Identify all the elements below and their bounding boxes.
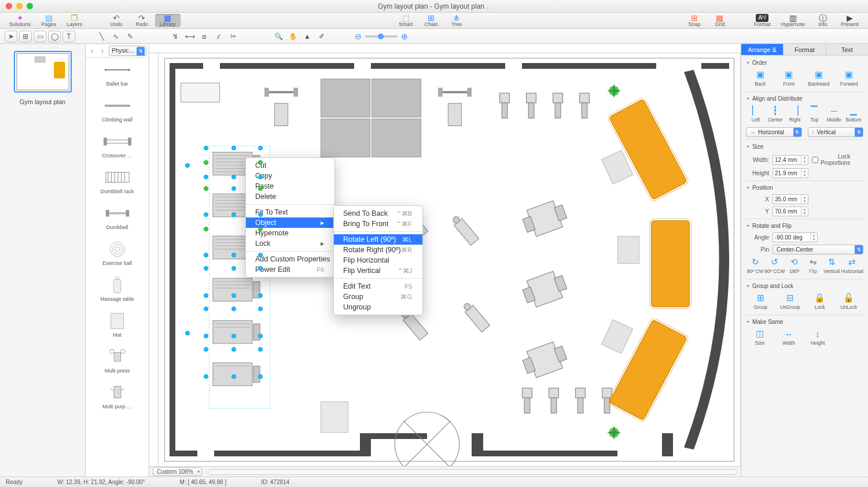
menu-delete[interactable]: Delete bbox=[246, 191, 334, 202]
menu-flip-vertical[interactable]: Flip Vertical⌃⌘J bbox=[334, 265, 422, 276]
magnifier-tool[interactable]: 🔍 bbox=[272, 31, 285, 42]
lib-item-massage-table[interactable]: Massage table bbox=[86, 273, 149, 309]
distribute-horizontal[interactable]: ↔Horizontal⇅ bbox=[746, 127, 802, 137]
format-button[interactable]: Aᵇ/Format bbox=[749, 14, 775, 27]
height-input[interactable]: 21.9 mm▲▼ bbox=[773, 168, 808, 178]
tab-format[interactable]: Format bbox=[784, 44, 826, 55]
grid-button[interactable]: ▦Grid bbox=[708, 14, 732, 27]
menu-rotate-right[interactable]: Rotate Right (90º)⌘R bbox=[334, 245, 422, 255]
align-middle[interactable]: ─Middle bbox=[825, 105, 843, 123]
title-dropdown-icon[interactable]: ⌄ bbox=[486, 5, 490, 10]
scissors-tool[interactable]: ✂ bbox=[227, 31, 240, 42]
same-width[interactable]: ↔Width bbox=[779, 329, 798, 346]
same-size[interactable]: ◫Size bbox=[751, 329, 769, 346]
text-tool[interactable]: T bbox=[62, 31, 75, 42]
menu-lock[interactable]: Lock bbox=[246, 238, 334, 249]
pin-dropdown[interactable]: Center-Center⇅ bbox=[773, 245, 863, 254]
lib-item-dumbbell-rack[interactable]: Dumbbell rack bbox=[86, 165, 149, 201]
order-front[interactable]: ▣Front bbox=[779, 69, 798, 87]
break-tool[interactable]: ⧈ bbox=[198, 31, 211, 42]
angle-input[interactable]: -90.00 deg▲▼ bbox=[773, 233, 818, 242]
lib-item-mat[interactable]: Mat bbox=[86, 309, 149, 345]
pen-tool[interactable]: ✎ bbox=[124, 31, 137, 42]
dimension-tool[interactable]: ⟷ bbox=[183, 31, 196, 42]
zoom-dropdown[interactable]: Custom 108% bbox=[153, 467, 202, 476]
chain-button[interactable]: ⊞Chain bbox=[419, 14, 443, 27]
lib-item-dumbbell[interactable]: Dumbbell bbox=[86, 201, 149, 237]
layers-button[interactable]: ❐Layers bbox=[62, 14, 87, 27]
hypernote-button[interactable]: ▥Hypernote bbox=[776, 14, 810, 27]
pointer-tool[interactable]: ➤ bbox=[5, 31, 17, 42]
rotate-cw[interactable]: ↻90º CW bbox=[746, 257, 764, 274]
lib-item-multi-purp[interactable]: Multi purp … bbox=[86, 381, 149, 416]
lock-button[interactable]: 🔒Lock bbox=[811, 293, 829, 310]
align-right[interactable]: ▕Right bbox=[786, 105, 804, 123]
page-thumbnail[interactable] bbox=[14, 51, 72, 93]
info-button[interactable]: ⓘInfo bbox=[811, 14, 835, 27]
node-tool[interactable]: ↯ bbox=[169, 31, 182, 42]
order-backward[interactable]: ▣Backward bbox=[808, 69, 830, 87]
redo-button[interactable]: ↷Redo bbox=[130, 14, 154, 27]
zoom-slider[interactable] bbox=[365, 35, 398, 38]
lib-item-multi-press[interactable]: Multi press bbox=[86, 345, 149, 381]
ellipse-tool[interactable]: ◯ bbox=[48, 31, 61, 42]
snap-button[interactable]: ⊞Snap bbox=[682, 14, 707, 27]
ungroup-button[interactable]: ⊟UnGroup bbox=[780, 293, 800, 310]
lib-item-exercise-ball[interactable]: Exercise ball bbox=[86, 237, 149, 273]
lib-forward[interactable]: › bbox=[98, 47, 106, 55]
tree-button[interactable]: ⋔Tree bbox=[444, 14, 469, 27]
eyedropper-tool[interactable]: ✐ bbox=[315, 31, 328, 42]
tab-arrange-size[interactable]: Arrange & Size bbox=[741, 44, 784, 55]
lib-item-crossover[interactable]: Crossover … bbox=[86, 130, 149, 165]
drawing-canvas[interactable]: Cut Copy Paste Delete Fit To Text Object… bbox=[159, 53, 741, 466]
bucket-tool[interactable]: ▲ bbox=[301, 31, 314, 42]
align-left[interactable]: ▏Left bbox=[746, 105, 765, 123]
x-input[interactable]: 35.0 mm▲▼ bbox=[773, 194, 808, 204]
menu-flip-horizontal[interactable]: Flip Horizontal bbox=[334, 255, 422, 265]
library-button[interactable]: ▦Library bbox=[155, 14, 181, 27]
hand-tool[interactable]: ✋ bbox=[286, 31, 299, 42]
undo-button[interactable]: ↶Undo bbox=[104, 14, 128, 27]
horizontal-scrollbar[interactable] bbox=[208, 469, 737, 475]
menu-group[interactable]: Group⌘G bbox=[334, 292, 422, 302]
flip-vertical[interactable]: ⇅Vertical bbox=[822, 257, 841, 274]
same-height[interactable]: ↕Height bbox=[808, 329, 827, 346]
menu-edit-text[interactable]: Edit TextF5 bbox=[334, 281, 422, 292]
align-top[interactable]: ▔Top bbox=[805, 105, 823, 123]
lib-back[interactable]: ‹ bbox=[88, 47, 96, 55]
svg-rect-48 bbox=[551, 398, 557, 413]
menu-rotate-left[interactable]: Rotate Left (90º)⌘L bbox=[334, 234, 422, 245]
rotate-ccw[interactable]: ↺90º CCW bbox=[764, 257, 785, 274]
align-center[interactable]: ┇Center bbox=[766, 105, 785, 123]
order-back[interactable]: ▣Back bbox=[751, 69, 770, 87]
rotate-180[interactable]: ⟲180º bbox=[785, 257, 804, 274]
menu-bring-to-front[interactable]: Bring To Front⌃⌘F bbox=[334, 219, 422, 229]
distribute-vertical[interactable]: ↕Vertical⇅ bbox=[808, 127, 864, 137]
zoom-in-icon[interactable]: ⊕ bbox=[401, 32, 408, 41]
menu-ungroup[interactable]: Ungroup bbox=[334, 302, 422, 312]
menu-send-to-back[interactable]: Send To Back⌃⌘B bbox=[334, 208, 422, 219]
lib-item-ballet-bar[interactable]: Ballet bar bbox=[86, 58, 149, 94]
smart-button[interactable]: ⬚Smart bbox=[393, 14, 418, 27]
group-button[interactable]: ⊞Group bbox=[751, 293, 770, 310]
tab-text[interactable]: Text bbox=[826, 44, 868, 55]
lib-item-climbing-wall[interactable]: Climbing wall bbox=[86, 94, 149, 130]
lock-proportions[interactable] bbox=[812, 157, 818, 163]
library-dropdown[interactable]: Physic…⇅ bbox=[109, 46, 146, 56]
text-box-tool[interactable]: ⊞ bbox=[19, 31, 32, 42]
join-tool[interactable]: ⫽ bbox=[212, 31, 225, 42]
flip-button[interactable]: ⇋Flip bbox=[804, 257, 822, 274]
unlock-button[interactable]: 🔓UnLock bbox=[840, 293, 858, 310]
present-button[interactable]: ▶Present bbox=[836, 14, 863, 27]
curve-tool[interactable]: ∿ bbox=[109, 31, 122, 42]
width-input[interactable]: 12.4 mm▲▼ bbox=[773, 155, 808, 165]
zoom-out-icon[interactable]: ⊖ bbox=[355, 32, 362, 41]
y-input[interactable]: 70.6 mm▲▼ bbox=[773, 206, 808, 216]
flip-horizontal[interactable]: ⇄Horizontal bbox=[841, 257, 863, 274]
line-tool[interactable]: ╲ bbox=[95, 31, 108, 42]
order-forward[interactable]: ▣Forward bbox=[840, 69, 858, 87]
rect-tool[interactable]: ▭ bbox=[34, 31, 46, 42]
pages-button[interactable]: ▤Pages bbox=[36, 14, 61, 27]
align-bottom[interactable]: ▁Bottom bbox=[844, 105, 863, 123]
solutions-button[interactable]: ✦Solutions bbox=[5, 14, 35, 27]
